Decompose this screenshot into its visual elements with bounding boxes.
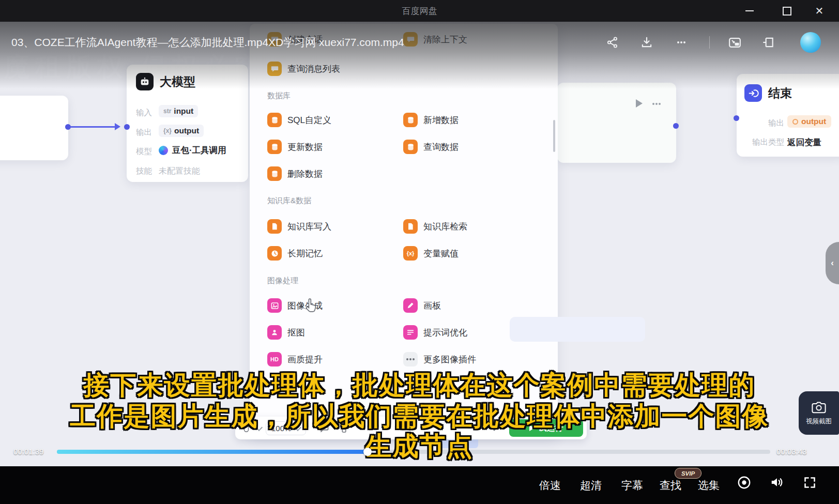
connection-arrowhead xyxy=(115,123,120,130)
connector-dot[interactable] xyxy=(734,115,739,121)
panel-item[interactable]: {x} 变量赋值 xyxy=(403,244,459,263)
model-value: 豆包·工具调用 xyxy=(172,145,226,156)
panel-item[interactable]: 知识库写入 xyxy=(267,217,331,236)
minimize-icon xyxy=(745,10,754,11)
end-type-value: 返回变量 xyxy=(787,137,821,148)
chevron-left-icon: ‹ xyxy=(831,258,834,268)
avatar[interactable] xyxy=(800,32,821,53)
section-knowledge: 知识库&数据 xyxy=(267,196,311,206)
volume-icon[interactable] xyxy=(770,476,784,489)
canvas-board-icon xyxy=(403,298,418,313)
picture-in-picture-icon[interactable] xyxy=(725,34,744,51)
end-output-tag: output xyxy=(787,115,831,128)
connector-dot[interactable] xyxy=(124,124,130,130)
variable-assign-icon: {x} xyxy=(403,246,418,261)
video-snapshot-button[interactable]: 视频截图 xyxy=(799,391,839,435)
kb-write-icon xyxy=(267,219,282,234)
quality-button[interactable]: 超清 xyxy=(580,478,602,493)
panel-item[interactable]: 画板 xyxy=(403,296,441,315)
input-label: 输入 xyxy=(136,108,152,118)
model-label: 模型 xyxy=(136,146,152,157)
window-title: 百度网盘 xyxy=(0,5,839,17)
panel-item[interactable]: 删除数据 xyxy=(267,164,323,183)
app-window: 百度网盘 ✕ 魔租版权 侵权必究 大模型 输入 strinput 输出 {x}o… xyxy=(0,0,839,504)
skill-value: 未配置技能 xyxy=(159,166,200,177)
hand-cursor xyxy=(304,297,319,315)
panel-item[interactable]: 查询数据 xyxy=(403,138,459,156)
sql-custom-icon xyxy=(267,113,282,127)
variable-icon xyxy=(792,119,798,125)
top-gradient-overlay xyxy=(0,22,839,89)
panel-item[interactable]: HD 画质提升 xyxy=(267,350,323,369)
output-label: 输出 xyxy=(136,127,152,138)
dock-window-icon[interactable] xyxy=(759,34,777,51)
sidebar-collapse-handle[interactable]: ‹ xyxy=(826,242,839,284)
connector-dot[interactable] xyxy=(65,124,71,130)
close-button[interactable]: ✕ xyxy=(809,4,830,18)
connection-line xyxy=(70,126,118,128)
connector-dot[interactable] xyxy=(673,123,679,129)
subtitle-line-3: 生成节点 xyxy=(0,429,839,464)
maximize-icon xyxy=(783,7,791,16)
query-data-icon xyxy=(403,140,418,154)
node-run-icon[interactable] xyxy=(636,99,643,108)
output-tag: {x}output xyxy=(159,125,204,137)
prompt-optimize-icon xyxy=(403,325,418,340)
panel-item[interactable]: SQL自定义 xyxy=(267,111,331,129)
subtitle-button[interactable]: 字幕 xyxy=(621,478,643,493)
current-time: 00:01:39 xyxy=(13,447,43,456)
episodes-button[interactable]: 选集 xyxy=(698,478,720,493)
download-icon[interactable] xyxy=(637,34,656,51)
more-icon[interactable] xyxy=(672,34,691,51)
header-divider xyxy=(709,36,710,49)
progress-knob[interactable] xyxy=(363,448,372,456)
progress-bar-played xyxy=(57,450,368,454)
panel-item[interactable]: 更新数据 xyxy=(267,138,323,156)
panel-item[interactable]: 提示词优化 xyxy=(403,323,467,342)
workflow-node-partial-left[interactable] xyxy=(0,96,68,160)
panel-item[interactable]: 长期记忆 xyxy=(267,244,323,263)
total-time: 00:03:43 xyxy=(776,447,806,456)
end-type-label: 输出类型 xyxy=(752,137,784,148)
panel-item[interactable]: 抠图 xyxy=(267,323,305,342)
delete-data-icon xyxy=(267,166,282,181)
add-data-icon xyxy=(403,113,418,127)
panel-item-highlight xyxy=(510,317,645,342)
end-output-label: 输出 xyxy=(768,118,784,129)
image-generate-icon xyxy=(267,298,282,313)
section-database: 数据库 xyxy=(267,91,291,101)
panel-scrollbar[interactable] xyxy=(553,120,555,152)
subtitle-line-2: 工作是图片生成，所以我们需要在批处理体中添加一个图像 xyxy=(0,399,839,434)
share-icon[interactable] xyxy=(603,34,622,51)
more-plugins-icon xyxy=(403,352,418,366)
node-more-icon[interactable] xyxy=(655,103,658,105)
window-titlebar: 百度网盘 ✕ xyxy=(0,0,839,22)
doubao-logo-icon xyxy=(159,146,168,155)
update-data-icon xyxy=(267,140,282,154)
skill-label: 技能 xyxy=(136,166,152,177)
fullscreen-icon[interactable] xyxy=(803,476,817,490)
video-title: 03、COZE工作流AIAgent教程—怎么添加批处理.mp4XD学习网 xue… xyxy=(11,35,404,50)
focus-target-icon[interactable] xyxy=(737,476,751,490)
long-memory-icon xyxy=(267,246,282,261)
search-button[interactable]: 查找 xyxy=(660,478,681,493)
section-image: 图像处理 xyxy=(267,276,298,286)
kb-search-icon xyxy=(403,219,418,234)
close-icon: ✕ xyxy=(815,6,824,16)
camera-icon xyxy=(811,401,827,414)
input-tag: strinput xyxy=(159,105,198,117)
svip-badge: SVIP xyxy=(675,468,701,479)
minimize-button[interactable] xyxy=(739,4,760,18)
quality-upscale-icon: HD xyxy=(267,352,282,366)
subtitle-line-1: 接下来设置批处理体，批处理体在这个案例中需要处理的 xyxy=(0,368,839,403)
speed-button[interactable]: 倍速 xyxy=(539,478,561,493)
cutout-icon xyxy=(267,325,282,340)
maximize-button[interactable] xyxy=(776,4,797,18)
panel-item[interactable]: 知识库检索 xyxy=(403,217,467,236)
panel-item[interactable]: 更多图像插件 xyxy=(403,350,476,369)
workflow-node-partial-right[interactable] xyxy=(557,83,676,163)
panel-item[interactable]: 新增数据 xyxy=(403,111,459,129)
